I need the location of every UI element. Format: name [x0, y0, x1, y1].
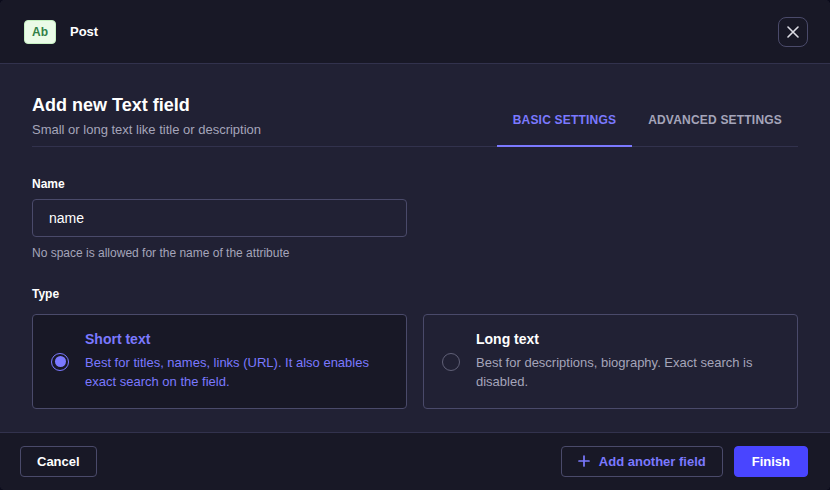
option-text: Long text Best for descriptions, biograp…	[476, 331, 777, 392]
name-hint: No space is allowed for the name of the …	[32, 246, 798, 260]
modal-header: Ab Post	[0, 0, 830, 64]
field-type-badge: Ab	[24, 20, 56, 44]
footer-actions: Add another field Finish	[561, 446, 808, 477]
type-label: Type	[32, 287, 798, 301]
dialog-subtitle: Small or long text like title or descrip…	[32, 122, 261, 137]
settings-tabs: BASIC SETTINGS ADVANCED SETTINGS	[497, 94, 798, 146]
option-short-text-description: Best for titles, names, links (URL). It …	[85, 354, 386, 392]
finish-button[interactable]: Finish	[734, 446, 808, 477]
dialog-title: Add new Text field	[32, 94, 261, 116]
type-section: Type Short text Best for titles, names, …	[32, 287, 798, 409]
modal-footer: Cancel Add another field Finish	[0, 432, 830, 490]
name-label: Name	[32, 177, 798, 191]
radio-unchecked-icon	[442, 353, 460, 371]
option-long-text-title: Long text	[476, 331, 777, 347]
tab-basic-settings[interactable]: BASIC SETTINGS	[497, 113, 632, 146]
type-options: Short text Best for titles, names, links…	[32, 314, 798, 409]
option-long-text[interactable]: Long text Best for descriptions, biograp…	[423, 314, 798, 409]
option-short-text-title: Short text	[85, 331, 386, 347]
cancel-button[interactable]: Cancel	[20, 446, 97, 477]
option-short-text[interactable]: Short text Best for titles, names, links…	[32, 314, 407, 409]
radio-checked-icon	[51, 353, 69, 371]
intro-row: Add new Text field Small or long text li…	[32, 64, 798, 147]
add-field-modal: Ab Post Add new Text field Small or long…	[0, 0, 830, 490]
tab-advanced-settings[interactable]: ADVANCED SETTINGS	[632, 113, 798, 146]
add-another-field-label: Add another field	[599, 455, 706, 468]
name-input[interactable]	[32, 199, 407, 237]
close-icon	[787, 26, 799, 38]
modal-body: Add new Text field Small or long text li…	[0, 64, 830, 432]
option-long-text-description: Best for descriptions, biography. Exact …	[476, 354, 777, 392]
close-button[interactable]	[778, 17, 808, 47]
content-type-title: Post	[70, 24, 98, 39]
plus-icon	[578, 455, 590, 469]
add-another-field-button[interactable]: Add another field	[561, 446, 723, 477]
option-text: Short text Best for titles, names, links…	[85, 331, 386, 392]
name-section: Name No space is allowed for the name of…	[32, 177, 798, 260]
intro-titles: Add new Text field Small or long text li…	[32, 94, 261, 146]
